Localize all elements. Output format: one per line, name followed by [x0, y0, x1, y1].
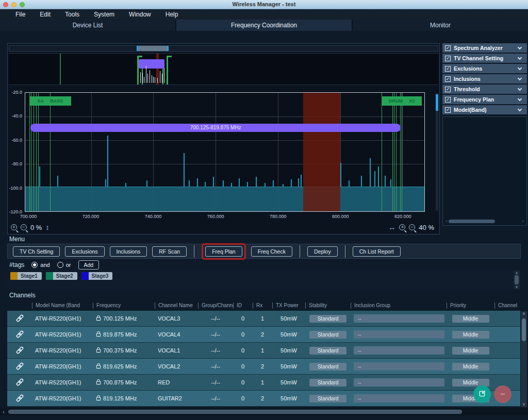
spectrum-chart[interactable]: -20.0-40.0-60.0-80.0-100.0-120.0 SA BASS…: [9, 87, 439, 223]
sidebar-section-exclusions[interactable]: ✓Exclusions: [442, 64, 527, 73]
priority-badge[interactable]: Middle: [452, 331, 489, 339]
inclusion-group-field[interactable]: --: [354, 394, 444, 402]
chevron-down-icon[interactable]: [518, 107, 522, 111]
link-icon[interactable]: [15, 313, 25, 324]
deploy-button[interactable]: Deploy: [307, 246, 338, 257]
scroll-up-icon[interactable]: ∧: [515, 271, 518, 275]
sidebar-section-tv-channel-setting[interactable]: ✓TV Channel Setting: [442, 54, 527, 63]
add-tag-button[interactable]: Add: [78, 260, 100, 270]
stability-badge[interactable]: Standard: [309, 347, 346, 355]
frequency-range-slider[interactable]: [9, 45, 438, 52]
lock-icon[interactable]: [96, 363, 101, 370]
menubar-item-edit[interactable]: Edit: [32, 11, 58, 18]
column-header-frequency[interactable]: Frequency: [93, 303, 155, 309]
column-header-id[interactable]: ID: [233, 303, 253, 309]
scroll-thumb[interactable]: [8, 410, 462, 414]
link-icon[interactable]: [15, 377, 25, 388]
column-header-tx-power[interactable]: TX Power: [272, 303, 305, 309]
stability-badge[interactable]: Standard: [309, 395, 346, 402]
checkbox-icon[interactable]: ✓: [445, 107, 451, 113]
tags-logic-and[interactable]: and: [31, 262, 50, 268]
priority-badge[interactable]: Middle: [452, 347, 489, 355]
scroll-down-icon[interactable]: ∨: [515, 285, 518, 289]
remove-channel-button[interactable]: −: [494, 385, 512, 403]
stability-badge[interactable]: Standard: [309, 363, 346, 371]
table-row[interactable]: ATW-R5220(GH1)700.125 MHzVOCAL3--/--0150…: [7, 311, 520, 327]
table-row[interactable]: ATW-R5220(GH1)819.875 MHzVOCAL4--/--0250…: [7, 327, 520, 343]
checkbox-icon[interactable]: ✓: [445, 56, 451, 61]
vertical-resize-icon[interactable]: ↕: [45, 224, 49, 231]
chevron-down-icon[interactable]: [518, 65, 522, 70]
stability-badge[interactable]: Standard: [309, 331, 346, 339]
column-header-priority[interactable]: Priority: [447, 303, 494, 309]
zoom-out-icon[interactable]: −: [21, 224, 27, 230]
stability-badge[interactable]: Standard: [309, 315, 346, 323]
sidebar-section-inclusions[interactable]: ✓Inclusions: [442, 74, 527, 83]
lock-icon[interactable]: [96, 315, 101, 322]
tag-chip-stage3[interactable]: Stage3: [81, 272, 113, 280]
checkbox-icon[interactable]: ✓: [445, 87, 451, 92]
lock-icon[interactable]: [96, 347, 101, 354]
scroll-down-icon[interactable]: ∨: [522, 402, 525, 407]
inclusion-group-field[interactable]: --: [354, 330, 444, 339]
inclusion-group-field[interactable]: --: [354, 378, 444, 387]
sidebar-section-threshold[interactable]: ✓Threshold: [442, 85, 527, 94]
link-icon[interactable]: [15, 393, 25, 404]
plot-area[interactable]: SA BASSDRUM X2700.125-819.875 MHz: [25, 92, 425, 212]
tags-scrollbar[interactable]: ∧ ∨: [514, 271, 520, 289]
priority-badge[interactable]: Middle: [452, 363, 489, 371]
menubar-item-help[interactable]: Help: [158, 11, 186, 18]
slider-selected-range[interactable]: [137, 46, 168, 51]
tags-logic-or[interactable]: or: [57, 262, 71, 268]
inclusions-button[interactable]: Inclusions: [110, 246, 147, 257]
tv-ch-setting-button[interactable]: TV Ch Setting: [13, 246, 60, 257]
checkbox-icon[interactable]: ✓: [445, 97, 451, 103]
tab-frequency-coordination[interactable]: Frequency Coordination: [176, 20, 353, 31]
tag-chip-stage1[interactable]: Stage1: [10, 272, 42, 280]
chevron-down-icon[interactable]: [518, 55, 522, 59]
menubar-item-system[interactable]: System: [87, 11, 122, 18]
scroll-up-icon[interactable]: ∧: [522, 311, 525, 316]
scroll-left-icon[interactable]: ‹: [0, 409, 7, 415]
chevron-down-icon[interactable]: [518, 96, 522, 100]
tab-monitor[interactable]: Monitor: [353, 20, 528, 31]
scroll-left-icon[interactable]: ‹: [444, 219, 449, 224]
exclusions-button[interactable]: Exclusions: [65, 246, 104, 257]
column-header-inclusion-group[interactable]: Inclusion Group: [351, 303, 447, 309]
tab-device-list[interactable]: Device List: [0, 20, 176, 31]
lock-icon[interactable]: [96, 395, 101, 402]
link-icon[interactable]: [15, 361, 25, 372]
table-row[interactable]: ATW-R5220(GH1)700.375 MHzVOCAL1--/--0150…: [7, 343, 520, 359]
freq-check-button[interactable]: Freq Check: [251, 246, 292, 257]
scroll-thumb[interactable]: [515, 275, 519, 284]
column-header-model-name-band[interactable]: Model Name (Band: [32, 303, 93, 309]
scroll-thumb[interactable]: [522, 318, 526, 341]
horizontal-resize-icon[interactable]: ↔: [388, 224, 395, 231]
table-row[interactable]: ATW-R5220(GH1)819.125 MHzGUITAR2--/--025…: [7, 391, 520, 407]
link-icon[interactable]: [15, 329, 25, 340]
sidebar-section-model-band[interactable]: ✓Model(Band): [442, 105, 527, 114]
scroll-thumb[interactable]: [449, 220, 495, 223]
column-header-channel-name[interactable]: Channel Name: [155, 303, 198, 309]
link-icon[interactable]: [15, 345, 25, 356]
edit-channel-button[interactable]: [473, 385, 491, 403]
stability-badge[interactable]: Standard: [309, 379, 346, 387]
column-header-stability[interactable]: Stability: [305, 303, 351, 309]
column-header-channel[interactable]: Channel: [494, 303, 520, 309]
slider-handle[interactable]: [167, 46, 169, 51]
tag-chip-stage2[interactable]: Stage2: [46, 272, 77, 280]
chevron-down-icon[interactable]: [518, 45, 522, 49]
spectrum-overview[interactable]: [9, 53, 438, 85]
table-row[interactable]: ATW-R5220(GH1)700.875 MHzRED--/--0150mWS…: [7, 375, 520, 391]
zoom-in-icon[interactable]: +: [11, 224, 17, 230]
lock-icon[interactable]: [96, 331, 101, 338]
lock-icon[interactable]: [96, 379, 101, 386]
table-row[interactable]: ATW-R5220(GH1)819.625 MHzVOCAL2--/--0250…: [7, 359, 520, 375]
radio-icon[interactable]: [31, 262, 38, 268]
column-header-group-channel[interactable]: Group/Channel: [198, 303, 233, 309]
menubar-item-window[interactable]: Window: [122, 11, 158, 18]
scroll-right-icon[interactable]: ›: [521, 219, 525, 224]
inclusion-group-field[interactable]: --: [354, 362, 444, 371]
rf-scan-button[interactable]: RF Scan: [152, 246, 187, 257]
sidebar-horizontal-scrollbar[interactable]: ‹›: [444, 219, 525, 224]
